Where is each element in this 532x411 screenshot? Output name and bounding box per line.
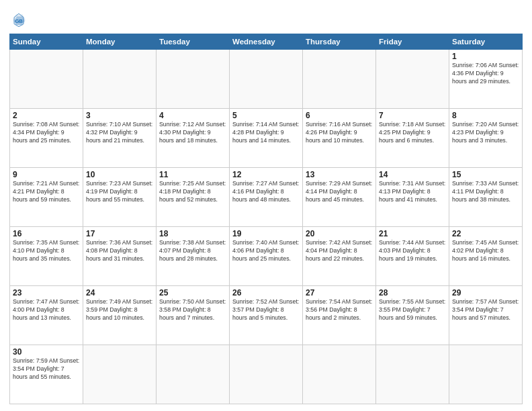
day-number: 16: [13, 229, 80, 238]
day-number: 5: [232, 111, 300, 120]
day-number: 26: [232, 288, 300, 298]
calendar-cell: 28Sunrise: 7:55 AM Sunset: 3:55 PM Dayli…: [376, 286, 449, 345]
day-number: 10: [86, 170, 153, 179]
calendar-week-6: 30Sunrise: 7:59 AM Sunset: 3:54 PM Dayli…: [10, 345, 523, 404]
day-number: 25: [159, 288, 226, 298]
day-number: 22: [452, 229, 519, 238]
calendar-week-2: 2Sunrise: 7:08 AM Sunset: 4:34 PM Daylig…: [10, 109, 523, 168]
day-info: Sunrise: 7:42 AM Sunset: 4:04 PM Dayligh…: [306, 239, 373, 263]
day-number: 24: [86, 288, 153, 298]
calendar-cell: 18Sunrise: 7:38 AM Sunset: 4:07 PM Dayli…: [157, 227, 230, 286]
calendar-cell: 25Sunrise: 7:50 AM Sunset: 3:58 PM Dayli…: [157, 286, 230, 345]
day-info: Sunrise: 7:18 AM Sunset: 4:25 PM Dayligh…: [379, 121, 446, 145]
calendar-table: Sunday Monday Tuesday Wednesday Thursday…: [9, 34, 523, 404]
day-info: Sunrise: 7:29 AM Sunset: 4:14 PM Dayligh…: [306, 180, 373, 204]
day-info: Sunrise: 7:49 AM Sunset: 3:59 PM Dayligh…: [86, 298, 153, 322]
calendar-cell: 3Sunrise: 7:10 AM Sunset: 4:32 PM Daylig…: [83, 109, 157, 168]
col-sunday: Sunday: [10, 34, 83, 50]
day-number: 9: [13, 170, 80, 179]
calendar-cell: 14Sunrise: 7:31 AM Sunset: 4:13 PM Dayli…: [376, 168, 449, 227]
calendar-cell: 2Sunrise: 7:08 AM Sunset: 4:34 PM Daylig…: [10, 109, 83, 168]
day-info: Sunrise: 7:35 AM Sunset: 4:10 PM Dayligh…: [13, 239, 80, 263]
day-info: Sunrise: 7:55 AM Sunset: 3:55 PM Dayligh…: [379, 298, 446, 322]
day-number: 19: [232, 229, 300, 238]
calendar-cell: [303, 345, 376, 404]
day-number: 7: [379, 111, 446, 120]
day-info: Sunrise: 7:27 AM Sunset: 4:16 PM Dayligh…: [232, 180, 300, 204]
calendar-cell: 6Sunrise: 7:16 AM Sunset: 4:26 PM Daylig…: [303, 109, 376, 168]
calendar-body: 1Sunrise: 7:06 AM Sunset: 4:36 PM Daylig…: [10, 50, 523, 404]
calendar-week-5: 23Sunrise: 7:47 AM Sunset: 4:00 PM Dayli…: [10, 286, 523, 345]
calendar-cell: [449, 345, 523, 404]
calendar-cell: 7Sunrise: 7:18 AM Sunset: 4:25 PM Daylig…: [376, 109, 449, 168]
day-number: 1: [452, 52, 519, 61]
day-info: Sunrise: 7:33 AM Sunset: 4:11 PM Dayligh…: [452, 180, 519, 204]
day-number: 8: [452, 111, 519, 120]
calendar-cell: 8Sunrise: 7:20 AM Sunset: 4:23 PM Daylig…: [449, 109, 523, 168]
day-info: Sunrise: 7:57 AM Sunset: 3:54 PM Dayligh…: [452, 298, 519, 322]
day-number: 30: [13, 347, 80, 357]
calendar-cell: [230, 345, 303, 404]
day-info: Sunrise: 7:16 AM Sunset: 4:26 PM Dayligh…: [306, 121, 373, 145]
day-number: 27: [306, 288, 373, 298]
calendar-cell: 17Sunrise: 7:36 AM Sunset: 4:08 PM Dayli…: [83, 227, 157, 286]
calendar-cell: 26Sunrise: 7:52 AM Sunset: 3:57 PM Dayli…: [230, 286, 303, 345]
col-monday: Monday: [83, 34, 157, 50]
calendar-week-1: 1Sunrise: 7:06 AM Sunset: 4:36 PM Daylig…: [10, 50, 523, 109]
day-info: Sunrise: 7:21 AM Sunset: 4:21 PM Dayligh…: [13, 180, 80, 204]
day-info: Sunrise: 7:10 AM Sunset: 4:32 PM Dayligh…: [86, 121, 153, 145]
day-number: 29: [452, 288, 519, 298]
day-number: 6: [306, 111, 373, 120]
calendar-week-3: 9Sunrise: 7:21 AM Sunset: 4:21 PM Daylig…: [10, 168, 523, 227]
calendar-cell: 22Sunrise: 7:45 AM Sunset: 4:02 PM Dayli…: [449, 227, 523, 286]
day-number: 15: [452, 170, 519, 179]
logo: GB: [9, 11, 31, 30]
day-info: Sunrise: 7:50 AM Sunset: 3:58 PM Dayligh…: [159, 298, 226, 322]
calendar-cell: 16Sunrise: 7:35 AM Sunset: 4:10 PM Dayli…: [10, 227, 83, 286]
day-number: 20: [306, 229, 373, 238]
calendar-cell: 29Sunrise: 7:57 AM Sunset: 3:54 PM Dayli…: [449, 286, 523, 345]
day-number: 21: [379, 229, 446, 238]
calendar-cell: 11Sunrise: 7:25 AM Sunset: 4:18 PM Dayli…: [157, 168, 230, 227]
calendar-cell: 19Sunrise: 7:40 AM Sunset: 4:06 PM Dayli…: [230, 227, 303, 286]
calendar-cell: 5Sunrise: 7:14 AM Sunset: 4:28 PM Daylig…: [230, 109, 303, 168]
calendar-cell: [303, 50, 376, 109]
header-row: Sunday Monday Tuesday Wednesday Thursday…: [10, 34, 523, 50]
calendar-cell: 20Sunrise: 7:42 AM Sunset: 4:04 PM Dayli…: [303, 227, 376, 286]
col-saturday: Saturday: [449, 34, 523, 50]
day-number: 11: [159, 170, 226, 179]
day-info: Sunrise: 7:52 AM Sunset: 3:57 PM Dayligh…: [232, 298, 300, 322]
calendar-cell: [157, 345, 230, 404]
calendar-cell: [157, 50, 230, 109]
calendar-cell: [376, 345, 449, 404]
day-info: Sunrise: 7:12 AM Sunset: 4:30 PM Dayligh…: [159, 121, 226, 145]
day-number: 13: [306, 170, 373, 179]
col-thursday: Thursday: [303, 34, 376, 50]
day-info: Sunrise: 7:20 AM Sunset: 4:23 PM Dayligh…: [452, 121, 519, 145]
calendar-cell: 9Sunrise: 7:21 AM Sunset: 4:21 PM Daylig…: [10, 168, 83, 227]
calendar-cell: [83, 50, 157, 109]
day-info: Sunrise: 7:59 AM Sunset: 3:54 PM Dayligh…: [13, 357, 80, 381]
day-info: Sunrise: 7:47 AM Sunset: 4:00 PM Dayligh…: [13, 298, 80, 322]
calendar-cell: [376, 50, 449, 109]
day-info: Sunrise: 7:14 AM Sunset: 4:28 PM Dayligh…: [232, 121, 300, 145]
day-info: Sunrise: 7:45 AM Sunset: 4:02 PM Dayligh…: [452, 239, 519, 263]
day-number: 2: [13, 111, 80, 120]
col-wednesday: Wednesday: [230, 34, 303, 50]
page: GB Sunday Monday Tuesday Wednesday Thurs…: [0, 0, 532, 411]
day-info: Sunrise: 7:36 AM Sunset: 4:08 PM Dayligh…: [86, 239, 153, 263]
day-number: 12: [232, 170, 300, 179]
day-number: 4: [159, 111, 226, 120]
day-info: Sunrise: 7:40 AM Sunset: 4:06 PM Dayligh…: [232, 239, 300, 263]
calendar-cell: 15Sunrise: 7:33 AM Sunset: 4:11 PM Dayli…: [449, 168, 523, 227]
day-info: Sunrise: 7:38 AM Sunset: 4:07 PM Dayligh…: [159, 239, 226, 263]
day-number: 23: [13, 288, 80, 298]
calendar-cell: [83, 345, 157, 404]
day-number: 3: [86, 111, 153, 120]
calendar-cell: 13Sunrise: 7:29 AM Sunset: 4:14 PM Dayli…: [303, 168, 376, 227]
calendar-cell: 4Sunrise: 7:12 AM Sunset: 4:30 PM Daylig…: [157, 109, 230, 168]
day-info: Sunrise: 7:31 AM Sunset: 4:13 PM Dayligh…: [379, 180, 446, 204]
day-info: Sunrise: 7:54 AM Sunset: 3:56 PM Dayligh…: [306, 298, 373, 322]
day-number: 17: [86, 229, 153, 238]
calendar-week-4: 16Sunrise: 7:35 AM Sunset: 4:10 PM Dayli…: [10, 227, 523, 286]
